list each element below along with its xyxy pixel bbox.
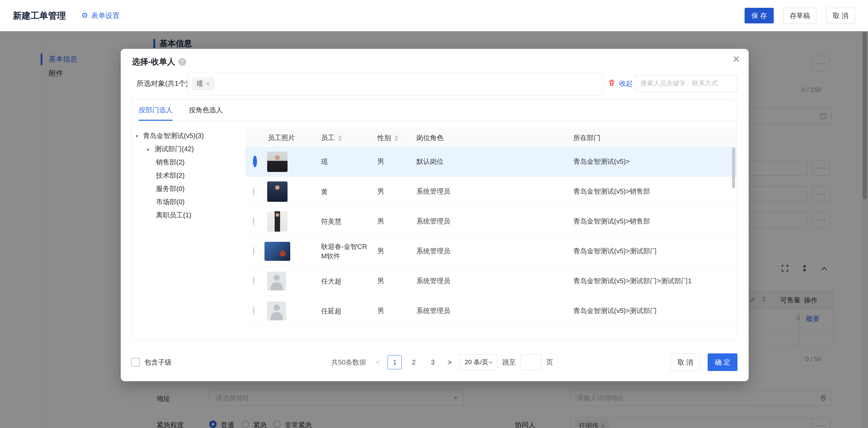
- employee-table: 员工照片 员工 性别 岗位角色 所在部门 瑶: [245, 129, 736, 339]
- jump-suffix: 页: [546, 358, 553, 367]
- employee-row[interactable]: 瑶 男 默认岗位 青岛金智测试(v5)>: [245, 147, 736, 177]
- cancel-button[interactable]: 取 消: [826, 8, 855, 23]
- radio-unselected[interactable]: [253, 217, 254, 226]
- prev-page-icon[interactable]: <: [373, 358, 383, 366]
- help-icon[interactable]: ?: [178, 58, 186, 66]
- radio-selected[interactable]: [253, 156, 257, 167]
- employee-row[interactable]: 耿迎春-金智CRM软件 男 系统管理员 青岛金智测试(v5)>测试部门: [245, 236, 736, 266]
- next-page-icon[interactable]: >: [445, 358, 455, 366]
- table-header-row: 员工照片 员工 性别 岗位角色 所在部门: [245, 129, 736, 147]
- employee-photo: [267, 211, 288, 232]
- tree-item-service[interactable]: 服务部(0): [132, 182, 245, 195]
- footer-buttons: 取 消 确 定: [670, 353, 737, 371]
- tab-bar: 按部门选人 按角色选人: [132, 99, 736, 121]
- modal-cancel-button[interactable]: 取 消: [670, 353, 700, 371]
- collapse-button[interactable]: 收起: [619, 71, 633, 96]
- employee-photo: [267, 152, 288, 172]
- header-actions: 保 存 存草稿 取 消: [745, 8, 855, 23]
- default-avatar: [267, 301, 286, 320]
- checkbox-label: 包含子级: [144, 358, 172, 367]
- column-header-dept: 所在部门: [567, 133, 736, 142]
- search-input[interactable]: [635, 75, 737, 92]
- tree-item-market[interactable]: 市场部(0): [132, 195, 245, 209]
- sort-icon[interactable]: [338, 135, 342, 141]
- app-window: 新建工单管理 ⚙ 表单设置 保 存 存草稿 取 消 基本信息 附件 基本信息 ·…: [0, 0, 868, 428]
- page-1[interactable]: 1: [388, 355, 402, 369]
- caret-right-icon[interactable]: ▸: [147, 147, 155, 152]
- gear-icon: ⚙: [81, 12, 88, 19]
- radio-unselected[interactable]: [253, 276, 254, 285]
- column-header-name[interactable]: 员工: [317, 133, 373, 142]
- form-settings-label: 表单设置: [91, 11, 120, 20]
- tree-item-test-dept[interactable]: ▸ 测试部门(42): [132, 142, 245, 156]
- modal-confirm-button[interactable]: 确 定: [708, 353, 737, 371]
- employee-row[interactable]: 黄 男 系统管理员 青岛金智测试(v5)>销售部: [245, 177, 736, 207]
- sort-icon[interactable]: [394, 135, 398, 141]
- column-header-role: 岗位角色: [412, 133, 567, 142]
- modal-header: 选择-收单人 ?: [132, 56, 186, 67]
- default-avatar: [267, 272, 286, 291]
- page-2[interactable]: 2: [407, 355, 421, 369]
- selection-panel: 按部门选人 按角色选人 ▾ 青岛金智测试(v5)(3) ▸ 测试部门(42) 销…: [131, 99, 737, 339]
- chevron-down-icon: [488, 362, 493, 364]
- column-header-photo: 员工照片: [264, 133, 317, 142]
- tab-by-role[interactable]: 按角色选人: [189, 99, 223, 121]
- jump-page-input[interactable]: [520, 354, 541, 370]
- tree-item-root[interactable]: ▾ 青岛金智测试(v5)(3): [132, 129, 245, 142]
- page-3[interactable]: 3: [426, 355, 440, 369]
- include-children-option[interactable]: 包含子级: [131, 358, 172, 367]
- modal-title: 选择-收单人: [132, 56, 175, 67]
- tree-item-tech[interactable]: 技术部(2): [132, 169, 245, 182]
- jump-prefix: 跳至: [502, 358, 516, 367]
- selected-tag: 瑶 ×: [192, 77, 214, 90]
- page-size-select[interactable]: 20 条/页: [459, 354, 497, 370]
- tab-by-department[interactable]: 按部门选人: [139, 99, 173, 121]
- form-settings-button[interactable]: ⚙ 表单设置: [81, 11, 120, 20]
- modal-footer: 包含子级 共50条数据 < 1 2 3 > 20 条/页 跳至 页 取 消 确 …: [131, 353, 737, 371]
- close-icon[interactable]: ×: [733, 53, 740, 65]
- selected-tags-box[interactable]: 瑶 ×: [187, 72, 604, 96]
- employee-photo: [267, 181, 288, 202]
- top-bar: 新建工单管理 ⚙ 表单设置 保 存 存草稿 取 消: [0, 0, 868, 31]
- checkbox[interactable]: [131, 358, 140, 367]
- radio-unselected[interactable]: [253, 306, 254, 315]
- save-draft-button[interactable]: 存草稿: [783, 8, 816, 23]
- employee-row[interactable]: 符美慧 男 系统管理员 青岛金智测试(v5)>销售部: [245, 207, 736, 236]
- table-scrollbar-thumb[interactable]: [732, 148, 735, 188]
- selected-objects-label: 所选对象(共1个): [137, 71, 188, 96]
- page-title: 新建工单管理: [13, 10, 66, 22]
- tree-item-sales[interactable]: 销售部(2): [132, 156, 245, 169]
- total-count: 共50条数据: [331, 358, 366, 367]
- tag-close-icon[interactable]: ×: [206, 80, 210, 87]
- trash-icon[interactable]: [608, 79, 616, 87]
- employee-photo: [264, 242, 290, 261]
- caret-down-icon[interactable]: ▾: [136, 133, 143, 139]
- panel-body: ▾ 青岛金智测试(v5)(3) ▸ 测试部门(42) 销售部(2) 技术部(2)…: [132, 121, 736, 339]
- employee-row[interactable]: 任延超 男 系统管理员 青岛金智测试(v5)>测试部门: [245, 296, 736, 326]
- tree-item-resigned[interactable]: 离职员工(1): [132, 209, 245, 222]
- radio-unselected[interactable]: [253, 187, 254, 196]
- save-button[interactable]: 保 存: [745, 8, 774, 23]
- select-receiver-modal: 选择-收单人 ? × 所选对象(共1个) 瑶 × 收起 按部门选人 按角色选人: [121, 49, 749, 381]
- pagination: 共50条数据 < 1 2 3 > 20 条/页 跳至 页: [331, 353, 553, 371]
- employee-row[interactable]: 任大超 男 系统管理员 青岛金智测试(v5)>测试部门>测试部门1: [245, 266, 736, 296]
- radio-unselected[interactable]: [253, 247, 254, 255]
- column-header-gender[interactable]: 性别: [373, 133, 412, 142]
- department-tree: ▾ 青岛金智测试(v5)(3) ▸ 测试部门(42) 销售部(2) 技术部(2)…: [132, 121, 245, 339]
